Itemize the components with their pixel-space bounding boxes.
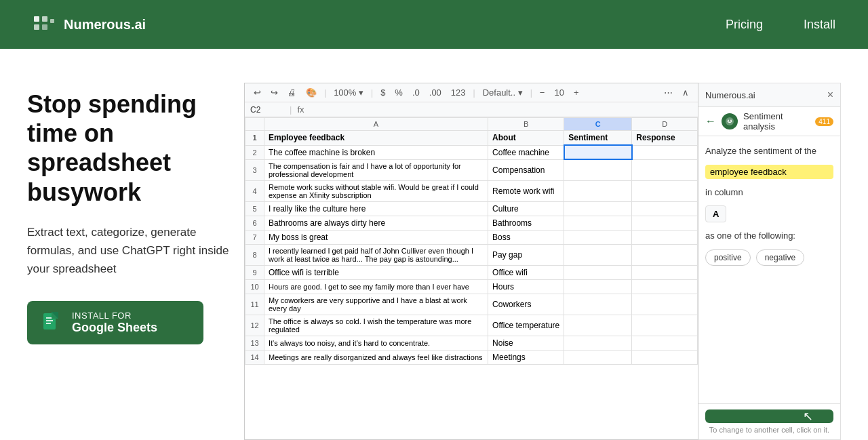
positive-tag[interactable]: positive bbox=[705, 249, 751, 266]
cell-b10[interactable]: Hours bbox=[488, 279, 564, 294]
print-btn[interactable]: 🖨 bbox=[284, 86, 300, 99]
cell-c7[interactable] bbox=[564, 230, 632, 244]
cell-d10[interactable] bbox=[632, 279, 698, 294]
currency-btn[interactable]: $ bbox=[377, 86, 389, 99]
spreadsheet: ↩ ↪ 🖨 🎨 | 100% ▾ | $ % .0 .00 123 | Defa… bbox=[244, 83, 698, 440]
cell-d8[interactable] bbox=[632, 244, 698, 265]
cell-a10[interactable]: Hours are good. I get to see my family m… bbox=[264, 279, 488, 294]
cell-d5[interactable] bbox=[632, 201, 698, 216]
install-button[interactable]: INSTALL FOR Google Sheets bbox=[27, 301, 203, 344]
in-column-text: in column bbox=[705, 186, 833, 199]
svg-point-11 bbox=[728, 120, 729, 121]
cell-a11[interactable]: My coworkers are very supportive and I h… bbox=[264, 294, 488, 315]
col-b-header[interactable]: About bbox=[488, 131, 564, 146]
undo-btn[interactable]: ↩ bbox=[250, 86, 264, 99]
cell-b4[interactable]: Remote work wifi bbox=[488, 180, 564, 201]
cell-c5[interactable] bbox=[564, 201, 632, 216]
cell-b2[interactable]: Coffee machine bbox=[488, 145, 564, 159]
cell-d4[interactable] bbox=[632, 180, 698, 201]
negative-tag[interactable]: negative bbox=[756, 249, 804, 266]
cell-d11[interactable] bbox=[632, 294, 698, 315]
cell-b6[interactable]: Bathrooms bbox=[488, 216, 564, 230]
panel-close-button[interactable]: × bbox=[827, 89, 833, 101]
nav-pricing[interactable]: Pricing bbox=[726, 18, 763, 32]
cell-a3[interactable]: The compensation is fair and I have a lo… bbox=[264, 159, 488, 180]
font-btn[interactable]: Default.. ▾ bbox=[479, 86, 526, 99]
cell-b3[interactable]: Compensation bbox=[488, 159, 564, 180]
sep3: | bbox=[473, 88, 475, 98]
col-header-d[interactable]: D bbox=[632, 118, 698, 131]
svg-rect-1 bbox=[42, 16, 47, 22]
header: Numerous.ai Pricing Install bbox=[0, 0, 868, 49]
cell-a12[interactable]: The office is always so cold. I wish the… bbox=[264, 315, 488, 336]
cell-d12[interactable] bbox=[632, 315, 698, 336]
decimal2-btn[interactable]: .00 bbox=[426, 86, 445, 99]
cell-c14[interactable] bbox=[564, 350, 632, 364]
percent-btn[interactable]: % bbox=[391, 86, 406, 99]
redo-btn[interactable]: ↪ bbox=[267, 86, 281, 99]
cell-c4[interactable] bbox=[564, 180, 632, 201]
row-num-10: 10 bbox=[245, 279, 264, 294]
cell-a4[interactable]: Remote work sucks without stable wifi. W… bbox=[264, 180, 488, 201]
left-panel: Stop spending time on spreadsheet busywo… bbox=[27, 76, 231, 440]
cell-c6[interactable] bbox=[564, 216, 632, 230]
cell-a7[interactable]: My boss is great bbox=[264, 230, 488, 244]
cell-d3[interactable] bbox=[632, 159, 698, 180]
fontsize-btn[interactable]: 10 bbox=[551, 86, 567, 99]
zoom-btn[interactable]: 100% ▾ bbox=[330, 86, 367, 99]
decimal-btn[interactable]: .0 bbox=[409, 86, 423, 99]
plus-btn[interactable]: + bbox=[570, 86, 583, 99]
col-a-header[interactable]: Employee feedback bbox=[264, 131, 488, 146]
num-btn[interactable]: 123 bbox=[448, 86, 469, 99]
cell-c3[interactable] bbox=[564, 159, 632, 180]
row-num-6: 6 bbox=[245, 216, 264, 230]
cell-a8[interactable]: I recently learned I get paid half of Jo… bbox=[264, 244, 488, 265]
col-header-a[interactable]: A bbox=[264, 118, 488, 131]
cell-b11[interactable]: Coworkers bbox=[488, 294, 564, 315]
cell-c12[interactable] bbox=[564, 315, 632, 336]
sentiment-analysis-label: Sentiment analysis bbox=[743, 111, 810, 132]
col-d-header[interactable]: Response bbox=[632, 131, 698, 146]
cell-d13[interactable] bbox=[632, 336, 698, 350]
cell-c11[interactable] bbox=[564, 294, 632, 315]
panel-back-button[interactable]: ← bbox=[705, 115, 716, 127]
col-header-b[interactable]: B bbox=[488, 118, 564, 131]
sheets-toolbar: ↩ ↪ 🖨 🎨 | 100% ▾ | $ % .0 .00 123 | Defa… bbox=[245, 83, 698, 102]
cell-a13[interactable]: It's always too noisy, and it's hard to … bbox=[264, 336, 488, 350]
cell-b5[interactable]: Culture bbox=[488, 201, 564, 216]
cell-a14[interactable]: Meetings are really disorganized and alw… bbox=[264, 350, 488, 364]
row-num-12: 12 bbox=[245, 315, 264, 336]
cell-d14[interactable] bbox=[632, 350, 698, 364]
cell-c9[interactable] bbox=[564, 265, 632, 279]
col-c-header[interactable]: Sentiment bbox=[564, 131, 632, 146]
minus-btn[interactable]: − bbox=[536, 86, 549, 99]
run-button[interactable]: ↖ bbox=[705, 409, 833, 423]
cell-c13[interactable] bbox=[564, 336, 632, 350]
install-for-label: INSTALL FOR bbox=[72, 311, 132, 321]
cell-a9[interactable]: Office wifi is terrible bbox=[264, 265, 488, 279]
col-header-c[interactable]: C bbox=[564, 118, 632, 131]
cell-b8[interactable]: Pay gap bbox=[488, 244, 564, 265]
more-btn[interactable]: ⋯ bbox=[660, 86, 676, 99]
cell-c8[interactable] bbox=[564, 244, 632, 265]
cell-b13[interactable]: Noise bbox=[488, 336, 564, 350]
cell-d9[interactable] bbox=[632, 265, 698, 279]
cell-d2[interactable] bbox=[632, 145, 698, 159]
cell-c10[interactable] bbox=[564, 279, 632, 294]
cell-b12[interactable]: Office temperature bbox=[488, 315, 564, 336]
paint-btn[interactable]: 🎨 bbox=[302, 86, 320, 99]
cell-b14[interactable]: Meetings bbox=[488, 350, 564, 364]
cell-b7[interactable]: Boss bbox=[488, 230, 564, 244]
cell-d6[interactable] bbox=[632, 216, 698, 230]
cell-a5[interactable]: I really like the culture here bbox=[264, 201, 488, 216]
cell-d7[interactable] bbox=[632, 230, 698, 244]
collapse-btn[interactable]: ∧ bbox=[679, 86, 692, 99]
cell-a6[interactable]: Bathrooms are always dirty here bbox=[264, 216, 488, 230]
cell-b9[interactable]: Office wifi bbox=[488, 265, 564, 279]
nav-install[interactable]: Install bbox=[804, 18, 835, 32]
svg-point-10 bbox=[726, 117, 734, 125]
cell-c2[interactable] bbox=[564, 145, 632, 159]
table-header-row: 1 Employee feedback About Sentiment Resp… bbox=[245, 131, 698, 146]
cell-a2[interactable]: The coffee machine is broken bbox=[264, 145, 488, 159]
row-num-8: 8 bbox=[245, 244, 264, 265]
